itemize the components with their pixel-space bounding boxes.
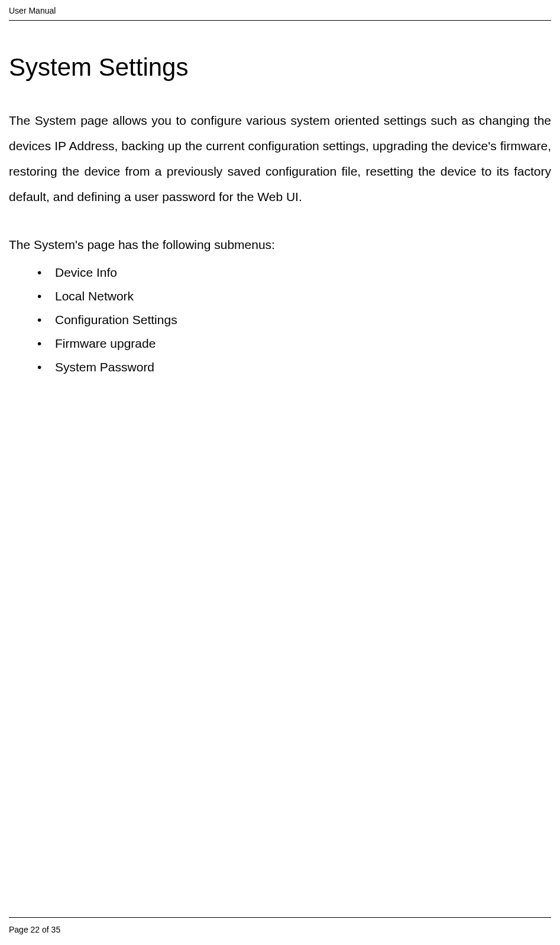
list-item: Firmware upgrade xyxy=(37,332,551,355)
page-title: System Settings xyxy=(9,53,551,82)
list-item: System Password xyxy=(37,355,551,379)
list-item: Configuration Settings xyxy=(37,308,551,332)
page-container: User Manual System Settings The System p… xyxy=(0,0,560,945)
footer-rule xyxy=(9,917,551,918)
header-label: User Manual xyxy=(9,6,551,21)
intro-paragraph: The System page allows you to configure … xyxy=(9,108,551,209)
list-item: Device Info xyxy=(37,261,551,284)
submenus-heading: The System's page has the following subm… xyxy=(9,232,551,257)
footer-page-number: Page 22 of 35 xyxy=(9,925,60,934)
list-item: Local Network xyxy=(37,284,551,308)
submenu-list: Device Info Local Network Configuration … xyxy=(9,261,551,378)
